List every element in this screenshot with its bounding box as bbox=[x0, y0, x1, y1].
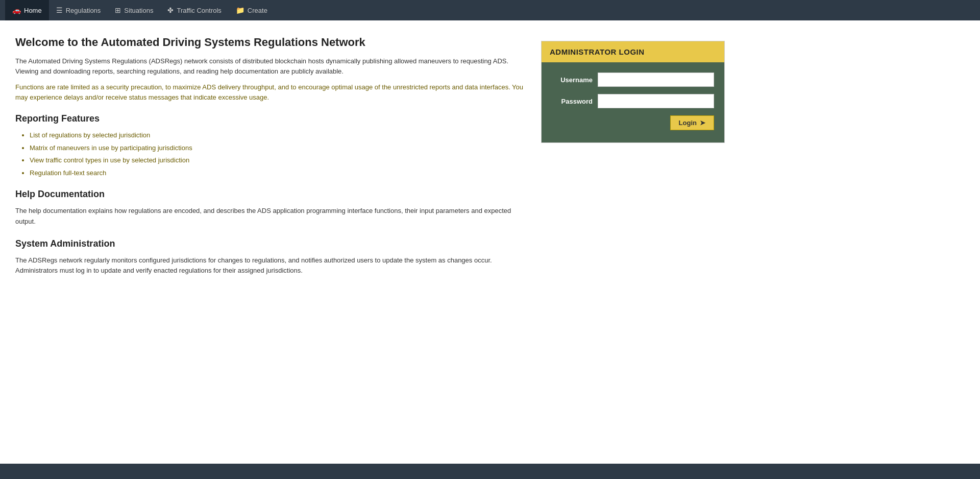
nav-home-label: Home bbox=[24, 7, 42, 14]
nav-traffic-controls[interactable]: ✤ Traffic Controls bbox=[160, 0, 228, 20]
nav-traffic-controls-label: Traffic Controls bbox=[177, 7, 221, 14]
feature-list: List of regulations by selected jurisdic… bbox=[15, 130, 526, 178]
situations-icon: ⊞ bbox=[115, 6, 121, 14]
list-item: View traffic control types in use by sel… bbox=[30, 155, 526, 165]
login-header: ADMINISTRATOR LOGIN bbox=[542, 41, 724, 62]
nav-regulations-label: Regulations bbox=[66, 7, 101, 14]
login-body: Username Password Login ➤ bbox=[542, 62, 724, 142]
login-btn-row: Login ➤ bbox=[552, 115, 714, 130]
login-arrow-icon: ➤ bbox=[700, 119, 705, 127]
admin-heading: System Administration bbox=[15, 238, 526, 249]
nav-situations-label: Situations bbox=[124, 7, 153, 14]
traffic-controls-icon: ✤ bbox=[167, 6, 174, 14]
list-item: List of regulations by selected jurisdic… bbox=[30, 130, 526, 140]
username-label: Username bbox=[552, 76, 593, 84]
nav-regulations[interactable]: ☰ Regulations bbox=[49, 0, 108, 20]
create-icon: 📁 bbox=[236, 6, 244, 14]
password-input[interactable] bbox=[598, 94, 714, 108]
regulations-icon: ☰ bbox=[56, 6, 63, 14]
nav-create[interactable]: 📁 Create bbox=[229, 0, 275, 20]
list-item: Regulation full-text search bbox=[30, 168, 526, 178]
rate-limit-text: Functions are rate limited as a security… bbox=[15, 82, 526, 102]
list-item: Matrix of maneuvers in use by participat… bbox=[30, 143, 526, 153]
nav-create-label: Create bbox=[248, 7, 267, 14]
navbar: 🚗 Home ☰ Regulations ⊞ Situations ✤ Traf… bbox=[0, 0, 980, 20]
password-label: Password bbox=[552, 98, 593, 105]
login-button[interactable]: Login ➤ bbox=[670, 115, 714, 130]
footer bbox=[0, 464, 980, 479]
main-content: Welcome to the Automated Driving Systems… bbox=[15, 36, 526, 448]
help-section: Help Documentation The help documentatio… bbox=[15, 189, 526, 227]
nav-situations[interactable]: ⊞ Situations bbox=[108, 0, 160, 20]
admin-text: The ADSRegs network regularly monitors c… bbox=[15, 255, 526, 277]
page-title: Welcome to the Automated Driving Systems… bbox=[15, 36, 526, 49]
home-icon: 🚗 bbox=[12, 6, 21, 14]
reporting-heading: Reporting Features bbox=[15, 113, 526, 124]
page-body: Welcome to the Automated Driving Systems… bbox=[0, 20, 980, 464]
login-panel: ADMINISTRATOR LOGIN Username Password Lo… bbox=[541, 41, 725, 143]
reporting-section: Reporting Features List of regulations b… bbox=[15, 113, 526, 178]
intro-text: The Automated Driving Systems Regulation… bbox=[15, 56, 526, 76]
nav-home[interactable]: 🚗 Home bbox=[5, 0, 49, 20]
password-row: Password bbox=[552, 94, 714, 108]
help-text: The help documentation explains how regu… bbox=[15, 206, 526, 227]
admin-section: System Administration The ADSRegs networ… bbox=[15, 238, 526, 277]
help-heading: Help Documentation bbox=[15, 189, 526, 200]
username-input[interactable] bbox=[598, 73, 714, 87]
username-row: Username bbox=[552, 73, 714, 87]
